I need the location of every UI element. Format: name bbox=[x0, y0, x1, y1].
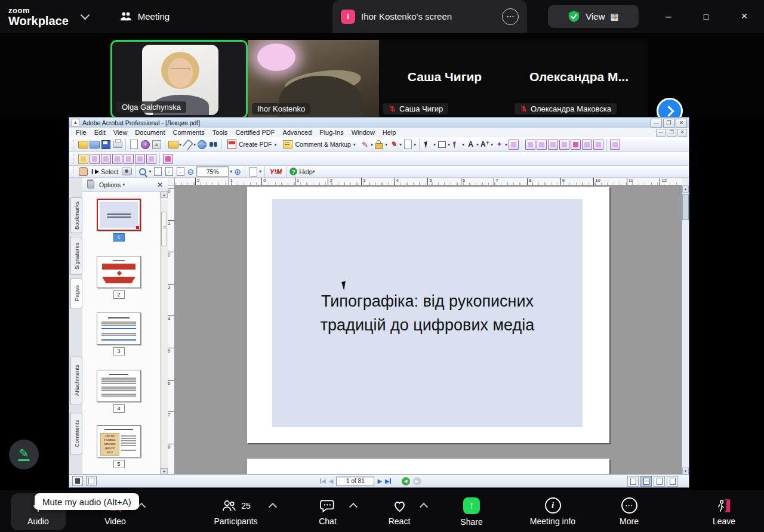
meeting-info-button[interactable]: i Meeting info bbox=[515, 493, 591, 530]
react-options-chevron-icon[interactable] bbox=[420, 503, 428, 511]
comment-markup-button[interactable]: Comment & Markup▾ bbox=[280, 138, 359, 150]
menu-item[interactable]: Help bbox=[379, 128, 400, 137]
chat-button[interactable]: Chat bbox=[301, 493, 354, 530]
single-page-layout-icon[interactable] bbox=[627, 476, 639, 487]
menu-item[interactable]: Window bbox=[348, 128, 378, 137]
acrobat-minimize-button[interactable]: — bbox=[651, 119, 662, 128]
sign-icon[interactable]: ✎ bbox=[389, 140, 399, 150]
first-page-button[interactable]: ◀ bbox=[320, 478, 326, 484]
page-thumbnail-1[interactable]: 1 bbox=[96, 199, 142, 242]
fit-page-icon[interactable]: ↕ bbox=[164, 166, 174, 177]
secure-icon[interactable] bbox=[374, 140, 384, 150]
scrollbar-thumb[interactable] bbox=[161, 212, 167, 246]
window-maximize-button[interactable]: □ bbox=[694, 0, 718, 33]
menu-item[interactable]: Tools bbox=[209, 128, 232, 137]
rectangle-tool-icon[interactable] bbox=[437, 140, 447, 150]
window-close-button[interactable]: × bbox=[732, 0, 756, 33]
delete-pages-icon[interactable] bbox=[87, 181, 94, 188]
acrobat-restore-button[interactable]: ❐ bbox=[663, 119, 674, 128]
attach-file-icon[interactable] bbox=[183, 140, 193, 150]
save-icon[interactable] bbox=[101, 140, 111, 150]
certified-settings-icon[interactable] bbox=[124, 154, 134, 164]
certified-check-icon[interactable] bbox=[101, 154, 111, 164]
preflight-icon[interactable] bbox=[537, 140, 547, 150]
fix-hairlines-icon[interactable] bbox=[593, 140, 603, 150]
fit-width-icon[interactable]: ↔ bbox=[175, 166, 186, 177]
actual-size-icon[interactable] bbox=[153, 166, 163, 177]
create-pdf-button[interactable]: Create PDF▾ bbox=[224, 138, 280, 150]
menu-item[interactable]: Document bbox=[131, 128, 168, 137]
tab-meeting[interactable]: Meeting bbox=[119, 11, 170, 23]
menu-item[interactable]: Comments bbox=[170, 128, 208, 137]
close-panel-icon[interactable]: ✕ bbox=[157, 181, 163, 189]
video-tile-oleksandra[interactable]: Олександра М... Олександра Маковска bbox=[510, 40, 648, 119]
page-view-icon[interactable] bbox=[72, 476, 83, 486]
chevron-down-icon[interactable] bbox=[81, 11, 90, 20]
select-tool-button[interactable]: ISelect bbox=[89, 168, 121, 176]
certified-profile-icon[interactable] bbox=[90, 154, 100, 164]
next-view-button[interactable]: ▶ bbox=[413, 477, 421, 485]
continuous-layout-icon[interactable] bbox=[640, 476, 652, 487]
page-thumbnail-2[interactable]: 2 bbox=[96, 256, 142, 299]
search-icon[interactable] bbox=[208, 140, 218, 150]
continuous-facing-layout-icon[interactable] bbox=[654, 476, 665, 487]
menu-item[interactable]: View bbox=[110, 128, 131, 137]
tab-pages[interactable]: Pages bbox=[70, 279, 82, 308]
certified-report-icon[interactable] bbox=[112, 154, 122, 164]
menu-item[interactable]: Certified PDF bbox=[232, 128, 278, 137]
zoom-out-button[interactable]: ⊖ bbox=[187, 167, 195, 177]
participants-options-chevron-icon[interactable] bbox=[269, 503, 277, 511]
chat-options-chevron-icon[interactable] bbox=[349, 503, 358, 511]
convert-colors-icon[interactable] bbox=[548, 140, 558, 150]
menu-item[interactable]: Plug-Ins bbox=[316, 128, 347, 137]
print-production-icon[interactable] bbox=[509, 140, 519, 150]
page-view-alt-icon[interactable] bbox=[86, 476, 97, 486]
forms-icon[interactable] bbox=[403, 140, 413, 150]
next-page-button[interactable]: ▶ bbox=[377, 478, 382, 484]
page-thumbnail-5[interactable]: ABCDE FGHIKL MNOPR QRSTV XYZ 5 bbox=[96, 425, 142, 468]
doc-minimize-button[interactable]: — bbox=[656, 129, 666, 137]
snapshot-tool-icon[interactable] bbox=[122, 166, 132, 177]
tab-attachments[interactable]: Attachments bbox=[70, 357, 82, 404]
yahoo-messenger-button[interactable]: Y!M bbox=[270, 168, 282, 175]
document-scrollbar[interactable]: ▲ ▼ bbox=[682, 185, 689, 475]
view-button[interactable]: View ▦ bbox=[548, 5, 639, 28]
menu-item[interactable]: Edit bbox=[91, 128, 109, 137]
video-tile-olga[interactable]: Olga Galchynska bbox=[110, 40, 248, 119]
tab-bookmarks[interactable]: Bookmarks bbox=[70, 197, 82, 233]
zoom-in-button[interactable]: ⊕ bbox=[234, 167, 241, 177]
page-display-icon[interactable] bbox=[248, 166, 258, 177]
ink-manager-icon[interactable] bbox=[559, 140, 569, 150]
print-icon[interactable] bbox=[112, 140, 122, 150]
video-tile-sasha[interactable]: Саша Чигир Саша Чигир bbox=[379, 40, 510, 119]
doc-restore-button[interactable]: ❐ bbox=[667, 129, 676, 137]
scroll-up-icon[interactable]: ▲ bbox=[161, 191, 168, 198]
object-select-tool-icon[interactable] bbox=[451, 140, 461, 150]
trap-presets-icon[interactable] bbox=[571, 140, 581, 150]
export-icon[interactable] bbox=[129, 140, 139, 150]
page-thumbnail-3[interactable]: 3 bbox=[96, 313, 142, 355]
annotate-button[interactable]: ✎ bbox=[9, 440, 39, 469]
crop-pages-icon[interactable] bbox=[582, 140, 592, 150]
page-thumbnail-4[interactable]: 4 bbox=[96, 370, 142, 413]
pdf-page-1[interactable]: Типографіка: від рукописних традицій до … bbox=[247, 187, 609, 443]
facing-layout-icon[interactable] bbox=[667, 476, 678, 487]
help-button[interactable]: Help bbox=[299, 168, 313, 175]
video-tile-ihor[interactable]: Ihor Kostenko bbox=[248, 40, 379, 119]
tab-signatures[interactable]: Signatures bbox=[70, 237, 82, 275]
open-file-icon[interactable] bbox=[78, 140, 88, 150]
share-button[interactable]: ↑ Share bbox=[448, 493, 495, 530]
output-preview-icon[interactable] bbox=[525, 140, 535, 150]
certified-open-icon[interactable] bbox=[78, 154, 88, 164]
zoom-tool-icon[interactable] bbox=[138, 166, 149, 177]
hand-tool-icon[interactable] bbox=[78, 166, 88, 177]
certified-edit-icon[interactable] bbox=[135, 154, 145, 164]
menu-item[interactable]: File bbox=[72, 128, 90, 137]
more-button[interactable]: ⋯ More bbox=[605, 493, 653, 530]
acrobat-close-button[interactable]: ✕ bbox=[676, 119, 687, 128]
select-arrow-tool-icon[interactable] bbox=[423, 140, 433, 150]
acrobat-title-bar[interactable]: ▲ Adobe Acrobat Professional - [Лекция.p… bbox=[69, 117, 689, 128]
certified-info-icon[interactable] bbox=[146, 154, 156, 164]
organizer-icon[interactable] bbox=[90, 140, 100, 150]
scrollbar-thumb[interactable] bbox=[682, 194, 689, 220]
